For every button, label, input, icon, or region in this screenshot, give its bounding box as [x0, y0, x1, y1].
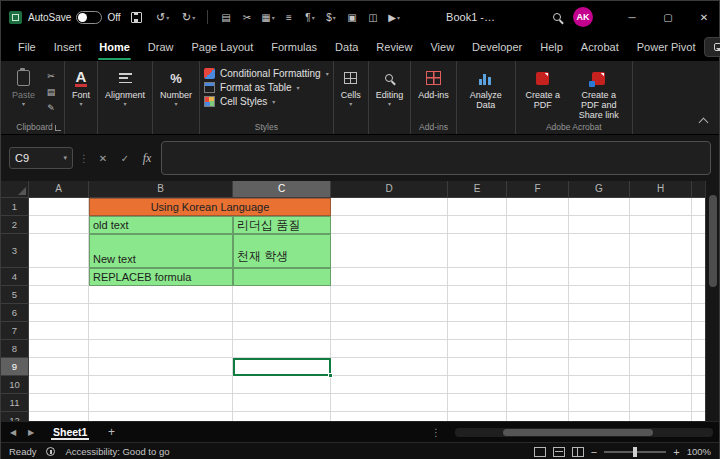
tab-formulas[interactable]: Formulas — [262, 33, 326, 61]
selected-cell-C9[interactable] — [233, 358, 331, 376]
copy-button[interactable]: ▤ — [42, 85, 60, 98]
row-header-7[interactable]: 7 — [1, 322, 29, 340]
minimize-button[interactable]: ─ — [617, 1, 647, 33]
cell-B4[interactable]: REPLACEB formula — [89, 268, 233, 286]
redo-button[interactable]: ↻▾ — [179, 5, 199, 29]
new-sheet-button[interactable]: + — [103, 425, 119, 439]
column-header-E[interactable]: E — [448, 181, 507, 198]
zoom-slider[interactable] — [604, 451, 666, 453]
zoom-in-button[interactable]: + — [673, 446, 679, 458]
insert-function-button[interactable]: fx — [139, 151, 155, 166]
column-header-F[interactable]: F — [507, 181, 569, 198]
qat-picture-icon[interactable]: ▣ — [342, 5, 363, 29]
row-header-3[interactable]: 3 — [1, 234, 29, 268]
fill-handle[interactable] — [328, 373, 333, 378]
column-header-H[interactable]: H — [630, 181, 692, 198]
row-header-9[interactable]: 9 — [1, 358, 29, 376]
tab-help[interactable]: Help — [531, 33, 572, 61]
tab-data[interactable]: Data — [326, 33, 367, 61]
row-header-4[interactable]: 4 — [1, 268, 29, 286]
tab-developer[interactable]: Developer — [463, 33, 531, 61]
qat-paste-icon[interactable]: ▤ — [216, 5, 237, 29]
zoom-out-button[interactable]: − — [591, 446, 597, 458]
tab-file[interactable]: File — [9, 33, 45, 61]
zoom-slider-thumb[interactable] — [633, 447, 637, 457]
close-button[interactable]: ✕ — [689, 1, 719, 33]
normal-view-button[interactable] — [534, 447, 546, 457]
format-as-table-button[interactable]: Format as Table ▾ — [204, 82, 329, 93]
select-all-button[interactable] — [1, 181, 29, 198]
column-header-D[interactable]: D — [331, 181, 448, 198]
next-sheet-button[interactable]: ▶ — [25, 428, 37, 437]
accessibility-status[interactable]: Accessibility: Good to go — [65, 446, 169, 457]
cancel-entry-button[interactable]: ✕ — [95, 153, 111, 164]
formula-input[interactable] — [161, 141, 711, 175]
alignment-menu-button[interactable]: Alignment ▾ — [102, 66, 148, 108]
qat-borders-icon[interactable]: ▦▾ — [258, 5, 279, 29]
paste-button[interactable]: Paste ▾ — [9, 66, 38, 108]
tab-home[interactable]: Home — [90, 33, 139, 61]
tab-acrobat[interactable]: Acrobat — [572, 33, 628, 61]
cut-button[interactable]: ✂ — [42, 69, 60, 82]
cell-styles-button[interactable]: Cell Styles ▾ — [204, 96, 329, 107]
row-header-6[interactable]: 6 — [1, 304, 29, 322]
editing-menu-button[interactable]: Editing ▾ — [373, 66, 407, 108]
row-header-12[interactable]: 12 — [1, 412, 29, 421]
page-layout-view-button[interactable] — [553, 447, 565, 457]
qat-freeze-panes-icon[interactable]: ◫ — [363, 5, 384, 29]
sheet-list-menu-icon[interactable]: ⋮ — [431, 427, 441, 438]
row-header-8[interactable]: 8 — [1, 340, 29, 358]
row-header-2[interactable]: 2 — [1, 216, 29, 234]
addins-button[interactable]: Add-ins — [415, 66, 452, 102]
tab-review[interactable]: Review — [367, 33, 421, 61]
cell-B1[interactable]: Using Korean Language — [89, 198, 331, 216]
conditional-formatting-button[interactable]: Conditional Formatting ▾ — [204, 68, 329, 79]
autosave-control[interactable]: AutoSave Off — [28, 11, 121, 24]
column-header-A[interactable]: A — [29, 181, 89, 198]
qat-currency-format-icon[interactable]: $▾ — [321, 5, 342, 29]
comments-button[interactable]: Comments — [704, 37, 720, 57]
create-pdf-button[interactable]: Create a PDF — [520, 66, 566, 112]
horizontal-scrollbar[interactable] — [455, 428, 713, 437]
sheet-tab-sheet1[interactable]: Sheet1 — [43, 422, 97, 442]
horizontal-scrollbar-thumb[interactable] — [503, 429, 653, 436]
cell-B3[interactable]: New text — [89, 234, 233, 268]
column-header-C[interactable]: C — [233, 181, 331, 198]
search-button[interactable] — [547, 5, 567, 29]
vertical-scrollbar[interactable] — [705, 181, 719, 421]
qat-align-icon[interactable]: ≡ — [279, 5, 300, 29]
tab-draw[interactable]: Draw — [139, 33, 183, 61]
maximize-button[interactable]: ▢ — [653, 1, 683, 33]
create-pdf-share-button[interactable]: Create a PDF and Share link — [570, 66, 628, 122]
enter-entry-button[interactable]: ✓ — [117, 153, 133, 164]
column-header-G[interactable]: G — [569, 181, 630, 198]
column-header-B[interactable]: B — [89, 181, 233, 198]
cell-C3[interactable]: 천재 학생 — [233, 234, 331, 268]
zoom-level[interactable]: 100% — [687, 446, 711, 457]
qat-cut-icon[interactable]: ✂ — [237, 5, 258, 29]
vertical-scrollbar-thumb[interactable] — [709, 195, 717, 287]
name-box[interactable]: C9 ▾ — [9, 147, 73, 169]
analyze-data-button[interactable]: Analyze Data — [461, 66, 511, 112]
cell-C4[interactable] — [233, 268, 331, 286]
clipboard-dialog-launcher-icon[interactable] — [55, 125, 61, 131]
cells-area[interactable]: Using Korean Languageold text리더십 품질New t… — [29, 198, 707, 421]
cell-C2[interactable]: 리더십 품질 — [233, 216, 331, 234]
autosave-toggle[interactable] — [76, 11, 102, 24]
excel-app-icon[interactable] — [9, 11, 22, 24]
row-header-11[interactable]: 11 — [1, 394, 29, 412]
page-break-view-button[interactable] — [572, 447, 584, 457]
qat-run-macro-icon[interactable]: ▶▾ — [384, 5, 405, 29]
qat-paragraph-marks-icon[interactable]: ¶▾ — [300, 5, 321, 29]
cells-menu-button[interactable]: Cells ▾ — [338, 66, 364, 108]
row-header-1[interactable]: 1 — [1, 198, 29, 216]
tab-view[interactable]: View — [421, 33, 463, 61]
tab-power-pivot[interactable]: Power Pivot — [628, 33, 705, 61]
number-menu-button[interactable]: % Number ▾ — [157, 66, 195, 108]
previous-sheet-button[interactable]: ◀ — [7, 428, 19, 437]
format-painter-button[interactable]: ✎ — [42, 101, 60, 114]
font-menu-button[interactable]: A Font ▾ — [69, 66, 93, 108]
undo-button[interactable]: ↺▾ — [153, 5, 173, 29]
account-avatar[interactable]: AK — [573, 7, 593, 27]
cell-B2[interactable]: old text — [89, 216, 233, 234]
